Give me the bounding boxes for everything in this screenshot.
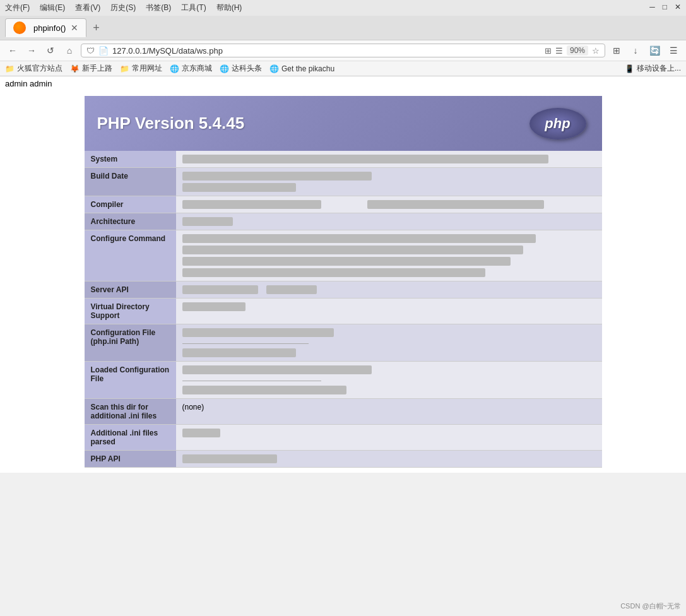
downloads-button[interactable]: ↓ [628, 43, 643, 58]
bookmarks-bar: 📁 火狐官方站点 🦊 新手上路 📁 常用网址 🌐 京东商城 🌐 达科头条 🌐 G… [0, 61, 686, 76]
tab-close-button[interactable]: ✕ [71, 23, 78, 33]
row-value [176, 451, 602, 468]
row-label: PHP API [85, 451, 176, 468]
row-label: Configure Command [85, 230, 176, 281]
row-label: Additional .ini files parsed [85, 425, 176, 451]
bookmark-firefox[interactable]: 📁 火狐官方站点 [5, 63, 62, 74]
bookmark-newuser[interactable]: 🦊 新手上路 [70, 63, 112, 74]
new-tab-button[interactable]: + [89, 21, 103, 35]
row-value [176, 213, 602, 230]
row-value [176, 230, 602, 281]
admin-text: admin admin [5, 79, 52, 88]
tab-bar: phpinfo() ✕ + [0, 16, 686, 40]
menu-edit[interactable]: 编辑(E) [40, 3, 65, 13]
firefox-logo [13, 21, 26, 34]
row-label: Build Date [85, 168, 176, 196]
menu-button[interactable]: ☰ [666, 43, 681, 58]
menu-history[interactable]: 历史(S) [110, 3, 136, 13]
phpinfo-table: System Build Dat [85, 151, 602, 468]
table-row: Build Date [85, 168, 602, 196]
bookmark-jd[interactable]: 🌐 京东商城 [170, 63, 212, 74]
page-content: admin admin PHP Version 5.4.45 php Syste… [0, 76, 686, 473]
table-row: Scan this dir for additional .ini files … [85, 399, 602, 425]
menu-view[interactable]: 查看(V) [75, 3, 100, 13]
table-row: Virtual Directory Support [85, 299, 602, 324]
row-value [176, 362, 602, 399]
browser-chrome: 文件(F) 编辑(E) 查看(V) 历史(S) 书签(B) 工具(T) 帮助(H… [0, 0, 686, 76]
bookmark-star-icon[interactable]: ☆ [592, 46, 600, 56]
row-label-architecture: Architecture [85, 213, 176, 230]
menu-bar: 文件(F) 编辑(E) 查看(V) 历史(S) 书签(B) 工具(T) 帮助(H… [0, 0, 686, 16]
globe-icon3: 🌐 [269, 64, 279, 73]
table-row: Configure Command [85, 230, 602, 281]
mobile-icon: 📱 [625, 64, 634, 73]
bookmark-pikachu[interactable]: 🌐 Get the pikachu [269, 64, 334, 73]
menu-file[interactable]: 文件(F) [5, 3, 30, 13]
table-row: System [85, 151, 602, 168]
php-header: PHP Version 5.4.45 php [85, 96, 602, 151]
admin-bar: admin admin [0, 76, 686, 91]
table-row: Server API [85, 281, 602, 299]
url-bar[interactable]: 🛡 📄 127.0.0.1/MySQL/data/ws.php ⊞ ☰ 90% … [81, 44, 605, 57]
active-tab[interactable]: phpinfo() ✕ [5, 18, 86, 37]
row-label: Scan this dir for additional .ini files [85, 399, 176, 425]
bm-label-dake: 达科头条 [232, 63, 262, 74]
row-value [176, 281, 602, 299]
row-value: (none) [176, 399, 602, 425]
shield-icon: 🛡 [86, 46, 95, 56]
site-info-icon[interactable]: ⊞ [545, 46, 552, 56]
php-logo-text: php [545, 116, 570, 132]
menu-tools[interactable]: 工具(T) [181, 3, 206, 13]
table-row: Compiler [85, 196, 602, 213]
row-label: Loaded Configuration File [85, 362, 176, 399]
sync-button[interactable]: 🔄 [647, 43, 662, 58]
row-value [176, 196, 602, 213]
table-row: Additional .ini files parsed [85, 425, 602, 451]
extensions-button[interactable]: ⊞ [609, 43, 624, 58]
row-value [176, 151, 602, 168]
bm-label-jd: 京东商城 [182, 63, 212, 74]
url-text: 127.0.0.1/MySQL/data/ws.php [112, 46, 541, 56]
globe-icon: 🌐 [170, 64, 179, 73]
row-value [176, 168, 602, 196]
zoom-level: 90% [567, 45, 588, 56]
globe-icon2: 🌐 [220, 64, 229, 73]
php-logo: php [526, 106, 589, 141]
firefox-icon: 🦊 [70, 64, 80, 73]
phpinfo-container: PHP Version 5.4.45 php System [85, 96, 602, 468]
folder-icon2: 📁 [120, 64, 129, 73]
bookmark-mobile[interactable]: 📱 移动设备上... [625, 63, 681, 74]
bm-label-mobile: 移动设备上... [637, 63, 681, 74]
home-button[interactable]: ⌂ [62, 43, 77, 58]
table-row: Architecture [85, 213, 602, 230]
reload-button[interactable]: ↺ [43, 43, 58, 58]
menu-bookmarks[interactable]: 书签(B) [146, 3, 171, 13]
nav-bar: ← → ↺ ⌂ 🛡 📄 127.0.0.1/MySQL/data/ws.php … [0, 40, 686, 61]
row-value [176, 425, 602, 451]
url-actions: ⊞ ☰ 90% ☆ [545, 45, 600, 56]
table-row: Configuration File (php.ini Path) [85, 324, 602, 362]
bm-label-pikachu: Get the pikachu [281, 64, 334, 73]
table-row: PHP API [85, 451, 602, 468]
bm-label-common: 常用网址 [132, 63, 162, 74]
php-version: PHP Version 5.4.45 [97, 114, 245, 133]
bm-label-newuser: 新手上路 [82, 63, 112, 74]
window-minimize[interactable]: ─ [649, 3, 655, 13]
row-label: Server API [85, 281, 176, 299]
window-close[interactable]: ✕ [675, 3, 681, 13]
window-restore[interactable]: □ [663, 3, 667, 13]
bm-label-firefox: 火狐官方站点 [17, 63, 62, 74]
page-icon: 📄 [98, 46, 109, 56]
row-label: System [85, 151, 176, 168]
bookmark-common[interactable]: 📁 常用网址 [120, 63, 162, 74]
bookmark-dake[interactable]: 🌐 达科头条 [220, 63, 262, 74]
php-logo-inner: php [529, 108, 586, 139]
none-value: (none) [182, 403, 204, 412]
menu-help[interactable]: 帮助(H) [216, 3, 242, 13]
row-value [176, 299, 602, 324]
back-button[interactable]: ← [5, 43, 20, 58]
reader-mode-icon[interactable]: ☰ [555, 46, 563, 56]
table-row: Loaded Configuration File [85, 362, 602, 399]
row-value [176, 324, 602, 362]
forward-button[interactable]: → [24, 43, 39, 58]
